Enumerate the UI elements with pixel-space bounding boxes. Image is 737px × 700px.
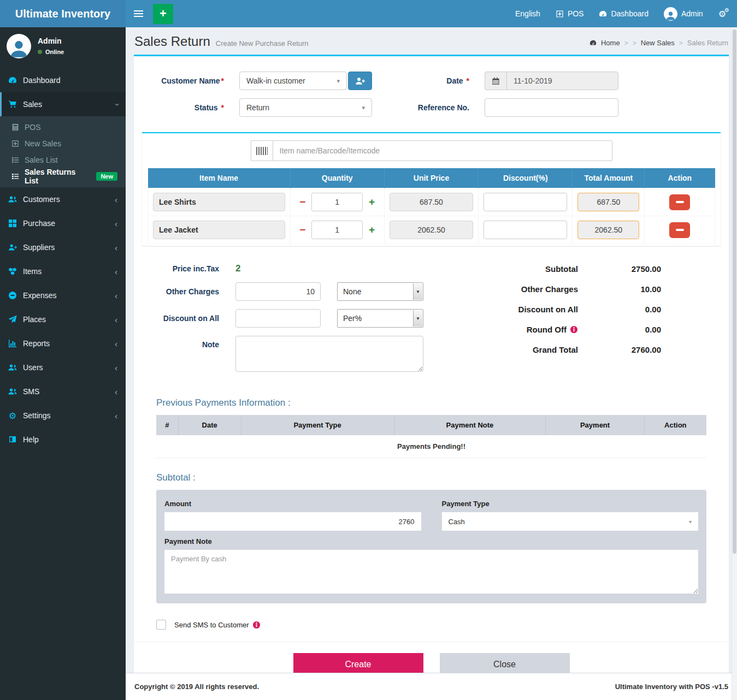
gears-icon: ⚙ (8, 411, 17, 421)
breadcrumb-current: Sales Return (687, 39, 728, 47)
brand-logo[interactable]: Ultimate Inventory (0, 0, 126, 27)
required-marker: * (467, 76, 469, 85)
dashboard-gauge-icon (8, 76, 17, 85)
sidebar-toggle-button[interactable] (126, 0, 151, 27)
chevron-left-icon: ‹ (115, 195, 117, 204)
discount-on-all-total-value: 0.00 (597, 305, 661, 314)
grand-total-label: Grand Total (533, 345, 578, 354)
reference-no-input[interactable] (485, 98, 618, 117)
payment-type-label: Payment Type (442, 500, 699, 508)
other-charges-total-value: 10.00 (597, 284, 661, 294)
sidebar-item-sales-list[interactable]: Sales List (0, 152, 126, 168)
sidebar-item-settings[interactable]: ⚙ Settings ‹ (0, 404, 126, 428)
quick-add-button[interactable]: + (153, 4, 173, 24)
calendar-addon[interactable] (485, 72, 506, 90)
sidebar-item-pos[interactable]: POS (0, 119, 126, 135)
breadcrumb-new-sales[interactable]: New Sales (641, 39, 675, 47)
send-sms-checkbox[interactable] (156, 620, 166, 630)
totals-summary: Subtotal 2750.00 Other Charges 10.00 Dis… (433, 263, 729, 380)
create-button[interactable]: Create (293, 653, 423, 673)
minus-icon (676, 201, 684, 203)
date-label: Date (446, 76, 463, 85)
total-amount-input (577, 221, 639, 239)
sidebar-item-reports[interactable]: Reports ‹ (0, 331, 126, 355)
table-row: − + (148, 216, 715, 244)
col-payment-note: Payment Note (394, 415, 546, 435)
payment-type-select[interactable]: Cash ▾ (442, 512, 699, 531)
other-charges-input[interactable] (235, 282, 321, 301)
qty-decrease-button[interactable]: − (296, 224, 310, 236)
sidebar-item-help[interactable]: Help (0, 428, 126, 452)
sidebar-item-sales[interactable]: Sales ‹ (0, 92, 126, 116)
status-select[interactable]: Return ▾ (239, 98, 372, 117)
item-name-input (153, 193, 285, 211)
col-date: Date (178, 415, 241, 435)
settings-gears-button[interactable]: ⚙⚙ (718, 9, 726, 19)
info-icon[interactable] (252, 621, 261, 629)
add-customer-button[interactable] (348, 72, 372, 90)
sidebar-item-sms[interactable]: SMS ‹ (0, 379, 126, 404)
info-icon[interactable] (570, 325, 578, 334)
previous-payments-table: # Date Payment Type Payment Note Payment… (156, 415, 706, 458)
user-menu[interactable]: Admin (664, 7, 703, 21)
chevron-left-icon: ‹ (115, 291, 117, 300)
qty-decrease-button[interactable]: − (296, 196, 310, 208)
sidebar-item-users[interactable]: Users ‹ (0, 355, 126, 379)
item-search-input[interactable] (273, 140, 612, 161)
sidebar-item-sales-returns-list[interactable]: Sales Returns List New (0, 168, 126, 185)
subtotal-heading: Subtotal : (156, 472, 706, 483)
qty-input[interactable] (311, 221, 363, 239)
amount-input[interactable] (164, 512, 421, 531)
discount-input[interactable] (484, 221, 567, 239)
minus-circle-icon (8, 291, 17, 300)
language-menu[interactable]: English (515, 9, 540, 18)
qty-increase-button[interactable]: + (364, 224, 379, 236)
discount-input[interactable] (484, 193, 567, 211)
sidebar-item-items[interactable]: Items ‹ (0, 259, 126, 283)
chevron-left-icon: ‹ (115, 243, 117, 252)
discount-type-select[interactable]: Per% ▼ (337, 309, 423, 328)
online-status-dot (38, 50, 42, 54)
qty-increase-button[interactable]: + (364, 196, 379, 208)
cart-icon (8, 100, 17, 109)
user-name: Admin (38, 37, 64, 45)
page-scrollbar[interactable] (732, 27, 737, 700)
page-title: Sales Return (134, 34, 210, 49)
price-inc-tax-value: 2 (235, 263, 240, 274)
nav-dashboard-link[interactable]: Dashboard (599, 9, 648, 18)
other-charges-type-select[interactable]: None ▼ (337, 282, 423, 301)
amount-label: Amount (164, 500, 421, 508)
chevron-left-icon: ‹ (115, 315, 117, 324)
sidebar-item-new-sales[interactable]: New Sales (0, 135, 126, 152)
sidebar-item-dashboard[interactable]: Dashboard (0, 68, 126, 92)
breadcrumb-home[interactable]: Home (601, 39, 620, 47)
discount-on-all-input[interactable] (235, 309, 321, 328)
list-icon (11, 173, 19, 180)
plus-square-icon (11, 140, 19, 147)
sidebar-item-suppliers[interactable]: Suppliers ‹ (0, 235, 126, 259)
remove-item-button[interactable] (669, 222, 690, 238)
note-textarea[interactable] (235, 336, 423, 372)
subtotal-label: Subtotal (545, 264, 578, 274)
qty-input[interactable] (311, 193, 363, 211)
note-label: Note (134, 336, 219, 349)
sidebar-item-customers[interactable]: Customers ‹ (0, 187, 126, 211)
date-input[interactable] (506, 72, 618, 90)
remove-item-button[interactable] (669, 194, 690, 210)
bar-chart-icon (8, 339, 17, 348)
scrollbar-thumb[interactable] (733, 29, 736, 554)
sidebar-item-places[interactable]: Places ‹ (0, 307, 126, 331)
required-marker: * (221, 103, 224, 112)
customer-select[interactable]: Walk-in customer ▾ (239, 72, 347, 90)
sidebar-item-purchase[interactable]: Purchase ‹ (0, 211, 126, 235)
sidebar-item-expenses[interactable]: Expenses ‹ (0, 283, 126, 307)
avatar (7, 34, 31, 58)
close-button[interactable]: Close (440, 653, 570, 673)
round-off-value: 0.00 (597, 325, 661, 334)
nav-pos-link[interactable]: POS (556, 9, 584, 18)
payment-note-textarea[interactable] (164, 550, 698, 594)
discount-on-all-label: Discount on All (134, 314, 219, 323)
users-icon (8, 387, 17, 396)
book-icon (8, 435, 17, 444)
chevron-left-icon: ‹ (115, 363, 117, 372)
